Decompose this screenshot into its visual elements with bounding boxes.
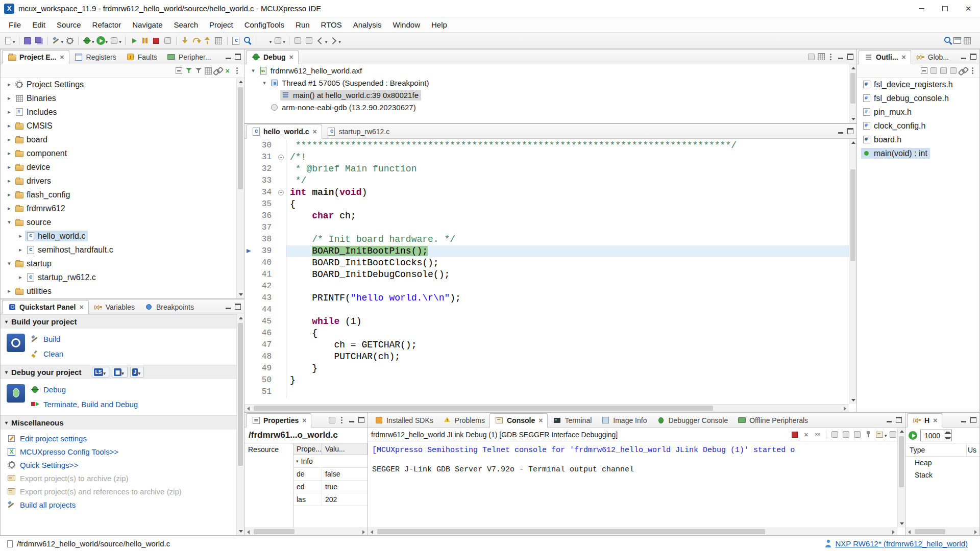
view-tab[interactable]: Installed SDKs × xyxy=(370,413,438,428)
step-into[interactable] xyxy=(180,36,190,45)
code-line[interactable]: 38 /* Init board hardware. */ xyxy=(244,234,856,245)
properties-horizontal-scrollbar[interactable] xyxy=(244,528,368,535)
breakpoint-margin[interactable] xyxy=(244,198,254,210)
menu-item[interactable]: File xyxy=(3,17,27,33)
menu-item[interactable]: Project xyxy=(204,17,239,33)
refresh-interval-icon[interactable] xyxy=(909,431,917,440)
breakpoint-margin[interactable] xyxy=(244,152,254,163)
maximize-view[interactable] xyxy=(845,52,855,62)
section-collapse-icon[interactable]: ▾ xyxy=(5,319,8,324)
property-row[interactable]: ed true xyxy=(293,481,368,493)
display-selected-console[interactable] xyxy=(875,430,885,439)
fold-margin[interactable] xyxy=(276,257,286,269)
view-menu[interactable] xyxy=(337,415,347,425)
view-tab[interactable]: Debugger Console × xyxy=(651,413,732,428)
code-line[interactable]: 42 xyxy=(244,281,856,292)
outline-item[interactable]: fsl_device_registers.h xyxy=(857,78,979,91)
search[interactable] xyxy=(943,36,952,45)
breakpoint-margin[interactable] xyxy=(244,328,254,339)
close-tab-icon[interactable]: × xyxy=(302,416,306,424)
breakpoint-margin[interactable] xyxy=(244,175,254,187)
view-tab[interactable]: H × xyxy=(907,413,942,428)
expand-arrow-icon[interactable]: ▸ xyxy=(5,150,14,157)
quickstart-link[interactable]: Build all projects xyxy=(1,498,244,511)
fold-margin[interactable] xyxy=(276,316,286,328)
disconnect[interactable] xyxy=(163,36,173,45)
breakpoint-margin[interactable] xyxy=(244,339,254,351)
property-row[interactable]: de false xyxy=(293,468,368,481)
quickstart-link[interactable]: Terminate, Build and Debug xyxy=(29,397,138,411)
view-tab[interactable]: Peripher... × xyxy=(162,50,216,64)
view-tab[interactable]: Registers × xyxy=(69,50,121,64)
expand-arrow-icon[interactable]: ▸ xyxy=(5,205,14,212)
tree-item[interactable]: ▸ component xyxy=(1,146,244,160)
code-line[interactable]: 51 xyxy=(244,386,856,398)
fold-margin[interactable] xyxy=(276,140,286,152)
view-menu[interactable] xyxy=(968,66,977,76)
dropdown-arrow-icon[interactable]: ▾ xyxy=(13,39,15,44)
editor-horizontal-scrollbar[interactable] xyxy=(244,404,849,412)
tree-item[interactable]: ▸ Binaries xyxy=(1,91,244,105)
view-menu[interactable] xyxy=(232,66,242,76)
window-minimize-button[interactable] xyxy=(910,0,933,17)
heap-horizontal-scrollbar[interactable] xyxy=(905,528,979,535)
stepper-up-icon[interactable] xyxy=(944,430,951,436)
fold-margin[interactable] xyxy=(276,328,286,339)
minimize-view[interactable] xyxy=(959,415,968,425)
tree-item[interactable]: ▸ drivers xyxy=(1,174,244,188)
minimize-view[interactable] xyxy=(223,52,233,62)
scroll-up-icon[interactable] xyxy=(851,67,855,69)
expand-arrow-icon[interactable]: ▸ xyxy=(5,288,14,294)
view-tab[interactable]: Breakpoints × xyxy=(139,300,199,314)
menu-item[interactable]: Help xyxy=(426,17,453,33)
view-tab[interactable]: Problems × xyxy=(438,413,489,428)
profile[interactable] xyxy=(109,36,119,45)
dropdown-arrow-icon[interactable]: ▾ xyxy=(119,39,121,44)
scroll-right-icon[interactable] xyxy=(892,530,895,534)
breakpoint-margin[interactable] xyxy=(244,304,254,316)
scroll-left-icon[interactable] xyxy=(247,530,250,534)
terminate[interactable] xyxy=(152,36,161,45)
save-all[interactable] xyxy=(34,36,44,45)
clear-console[interactable] xyxy=(830,430,840,439)
collapse-icon[interactable]: ▾ xyxy=(296,459,299,464)
scroll-down-icon[interactable] xyxy=(239,293,243,296)
debug-target-dropdown[interactable]: ▦ ▾ xyxy=(112,367,128,378)
instruction-stepping[interactable] xyxy=(214,36,224,45)
close-tab-icon[interactable]: × xyxy=(538,416,543,424)
view-tab[interactable]: Project E... × xyxy=(2,50,69,64)
code-line[interactable]: 37 xyxy=(244,222,856,234)
fold-margin[interactable] xyxy=(276,245,286,257)
scroll-up-icon[interactable] xyxy=(900,430,904,433)
fold-margin[interactable] xyxy=(276,363,286,374)
view-tab[interactable]: Offline Peripherals × xyxy=(732,413,813,428)
maximize-view[interactable] xyxy=(233,302,242,312)
expand-arrow-icon[interactable]: ▸ xyxy=(5,109,14,115)
editor-tab[interactable]: startup_rw612.c × xyxy=(322,124,395,139)
maximize-view[interactable] xyxy=(894,415,903,425)
breakpoint-margin[interactable] xyxy=(244,222,254,234)
fold-margin[interactable] xyxy=(276,198,286,210)
expand-arrow-icon[interactable]: ▸ xyxy=(16,274,25,281)
build[interactable] xyxy=(52,36,61,45)
view-layout[interactable] xyxy=(816,52,826,62)
quickstart-link[interactable]: MCUXpresso Config Tools>> xyxy=(1,445,244,458)
tree-item[interactable]: ▸ startup_rw612.c xyxy=(1,270,244,284)
open-console[interactable] xyxy=(888,430,898,439)
tree-item[interactable]: ▸ CMSIS xyxy=(1,119,244,133)
expand-arrow-icon[interactable]: ▾ xyxy=(260,80,269,86)
view-tab[interactable]: Glob... × xyxy=(911,50,953,64)
dropdown-arrow-icon[interactable]: ▾ xyxy=(885,433,887,438)
code-line[interactable]: 34 int main(void) xyxy=(244,187,856,198)
fold-margin[interactable] xyxy=(276,304,286,316)
external-tools[interactable] xyxy=(260,36,270,45)
dropdown-arrow-icon[interactable]: ▾ xyxy=(106,39,108,44)
last-edit-location[interactable] xyxy=(304,36,314,45)
code-line[interactable]: 36 char ch; xyxy=(244,210,856,222)
column-usage[interactable]: Us xyxy=(966,444,979,456)
expand-arrow-icon[interactable]: ▾ xyxy=(5,260,14,267)
code-line[interactable]: 50 } xyxy=(244,374,856,386)
view-tab[interactable]: Quickstart Panel × xyxy=(2,300,89,314)
code-line[interactable]: 32 * @brief Main function xyxy=(244,163,856,175)
view-tab[interactable]: Debug × xyxy=(246,50,299,64)
